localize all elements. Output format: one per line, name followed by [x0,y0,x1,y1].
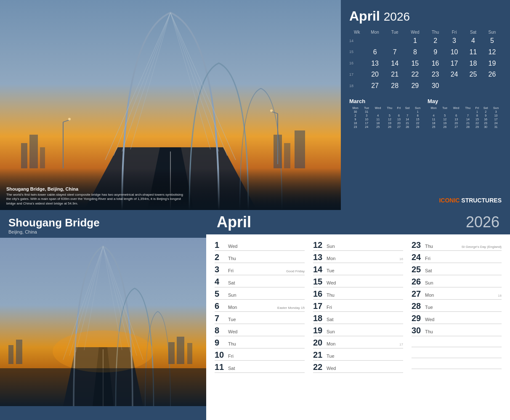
day-number: 7 [215,314,226,322]
svg-rect-41 [187,343,192,364]
day-number: 2 [215,253,226,261]
calendar-day: 8 [404,47,426,58]
day-number: 3 [215,265,226,274]
svg-rect-0 [0,0,341,210]
day-number: 9 [215,338,226,347]
empty-day-row [412,347,502,358]
col-mon: Mon [365,29,385,35]
day-name: Thu [228,341,305,346]
week-num: 17 [349,69,365,80]
calendar-day: 2 [426,35,445,47]
table-row: 14Tue [313,263,403,275]
day-name: Sat [425,268,502,273]
mini-may-title: May [428,98,502,104]
svg-rect-15 [274,135,282,168]
svg-point-23 [270,109,273,112]
svg-rect-13 [29,135,38,168]
col-tue: Tue [385,29,404,35]
table-row: 3FriGood Friday [215,263,305,275]
svg-line-19 [63,120,69,122]
brand-structures: STRUCTURES [461,197,502,204]
calendar-day: 13 [365,58,385,69]
calendar-day: 14 [385,58,404,69]
day-number: 4 [215,277,226,286]
calendar-day: 24 [445,69,464,80]
week-number: 18 [498,294,502,298]
empty-day-row [412,358,502,369]
day-number: 8 [215,326,226,335]
table-row: 18Sat [313,312,403,324]
table-row: 16Thu [313,287,403,300]
day-number: 18 [313,314,325,322]
svg-rect-14 [40,147,45,168]
calendar-day: 7 [385,47,404,58]
brand-iconic: ICONIC [439,197,460,204]
table-row: 12Sun [313,239,403,251]
week-num: 15 [349,47,365,58]
day-number: 13 [313,253,325,261]
day-number: 15 [313,277,325,286]
table-row: 19Sun [313,324,403,336]
col-fri: Fri [445,29,464,35]
day-name: Tue [327,354,403,359]
day-name: Fri [425,256,502,261]
day-number: 25 [412,265,423,274]
table-row: 6MonEaster Monday 15 [215,300,305,312]
svg-rect-12 [21,143,27,168]
day-name: Mon [425,292,498,298]
table-row: 11Sat [215,361,305,373]
bottom-calendar-header: April 2026 [206,210,510,234]
bridge-photo-top: Shougang Bridge, Beijing, China The worl… [0,0,341,210]
calendar-day: 16 [426,58,445,69]
table-row: 9Thu [215,336,305,348]
mini-march-table: MonTueWedThuFriSatSun 303112345678910111… [349,106,423,129]
calendar-day: 18 [464,58,483,69]
svg-point-42 [53,330,154,372]
svg-rect-38 [16,340,22,364]
day-number: 12 [313,241,325,249]
svg-rect-17 [295,130,305,168]
calendar-day: 25 [464,69,483,80]
mini-cal-may: May MonTueWedThuFriSatSun 12345678910111… [428,98,502,129]
day-number: 10 [215,351,226,359]
table-row: 15Wed [313,275,403,287]
bottom-month-label: April [217,213,251,231]
svg-line-22 [271,112,278,114]
mini-march-title: March [349,98,423,104]
calendar-day [365,35,385,47]
calendar-day [445,80,464,92]
day-column: 1Wed2Thu3FriGood Friday4Sat5Sun6MonEaste… [215,239,305,373]
week-num: 16 [349,58,365,69]
calendar-day: 27 [365,80,385,92]
day-name: Sun [425,280,502,285]
svg-line-10 [170,13,219,152]
day-name: Sat [327,317,403,322]
day-name: Thu [425,244,460,249]
mini-cal-march: March MonTueWedThuFriSatSun 303112345678… [349,98,423,129]
top-section: Shougang Bridge, Beijing, China The worl… [0,0,510,210]
calendar-day: 29 [404,80,426,92]
bottom-left-panel: Shougang Bridge Beijing, China [0,210,206,420]
day-name: Tue [228,317,305,322]
day-number: 23 [412,241,423,249]
bottom-section: Shougang Bridge Beijing, China [0,210,510,420]
day-name: Fri [327,305,403,310]
svg-rect-37 [8,345,13,364]
day-name: Wed [327,280,403,285]
table-row: 2Thu [215,251,305,263]
day-name: Wed [228,329,305,334]
day-name: Thu [425,329,502,334]
table-row: 29Wed [412,312,502,324]
bottom-title: Shougang Bridge [8,216,198,229]
calendar-day: 28 [385,80,404,92]
day-event: Easter Monday 15 [277,306,305,310]
table-row: 1Wed [215,239,305,251]
day-name: Mon [228,305,276,310]
day-name: Wed [228,244,305,249]
calendar-day: 17 [445,58,464,69]
table-row: 26Sun [412,275,502,287]
day-name: Fri [228,268,284,273]
day-number: 17 [313,302,325,310]
calendar-day: 6 [365,47,385,58]
calendar-day: 26 [483,69,502,80]
